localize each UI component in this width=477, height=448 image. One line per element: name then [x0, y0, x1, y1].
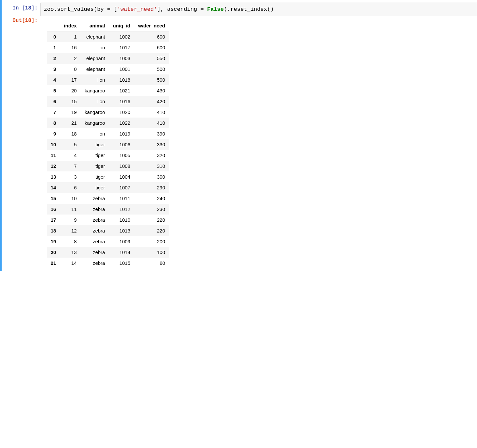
cell-animal: kangaroo [81, 107, 109, 118]
table-row: 1510zebra1011240 [47, 193, 169, 204]
cell-water_need: 320 [134, 150, 169, 161]
in-prompt-label: In [18]: [2, 5, 38, 11]
cell-water_need: 500 [134, 74, 169, 85]
cell-uniq_id: 1020 [109, 107, 134, 118]
out-prompt-label: Out[18]: [2, 18, 38, 24]
cell-water_need: 290 [134, 182, 169, 193]
code-string-token: 'water_need' [117, 6, 157, 12]
cell-animal: tiger [81, 171, 109, 182]
header-blank [47, 20, 60, 31]
cell-uniq_id: 1012 [109, 204, 134, 215]
header-water-need: water_need [134, 20, 169, 31]
cell-index: 11 [60, 204, 81, 215]
cell-index: 8 [60, 236, 81, 247]
cell-water_need: 310 [134, 161, 169, 171]
cell-animal: lion [81, 96, 109, 107]
cell-index: 7 [60, 161, 81, 171]
cell-index: 9 [60, 215, 81, 225]
cell-animal: zebra [81, 258, 109, 268]
row-index-header: 6 [47, 96, 60, 107]
cell-index: 5 [60, 139, 81, 150]
cell-uniq_id: 1001 [109, 64, 134, 74]
cell-animal: kangaroo [81, 118, 109, 128]
row-index-header: 14 [47, 182, 60, 193]
table-row: 116lion1017600 [47, 42, 169, 53]
cell-uniq_id: 1021 [109, 85, 134, 96]
cell-animal: zebra [81, 204, 109, 215]
cell-water_need: 240 [134, 193, 169, 204]
cell-water_need: 80 [134, 258, 169, 268]
row-index-header: 1 [47, 42, 60, 53]
cell-uniq_id: 1014 [109, 247, 134, 258]
cell-index: 13 [60, 247, 81, 258]
row-index-header: 3 [47, 64, 60, 74]
cell-animal: zebra [81, 247, 109, 258]
cell-animal: lion [81, 74, 109, 85]
cell-animal: tiger [81, 150, 109, 161]
cell-uniq_id: 1005 [109, 150, 134, 161]
cell-water_need: 500 [134, 64, 169, 74]
cell-water_need: 550 [134, 53, 169, 64]
cell-uniq_id: 1022 [109, 118, 134, 128]
cell-animal: elephant [81, 31, 109, 42]
table-row: 520kangaroo1021430 [47, 85, 169, 96]
table-row: 198zebra1009200 [47, 236, 169, 247]
cell-index: 1 [60, 31, 81, 42]
cell-index: 6 [60, 182, 81, 193]
cell-index: 3 [60, 171, 81, 182]
cell-water_need: 420 [134, 96, 169, 107]
table-body: 01elephant1002600116lion101760022elephan… [47, 31, 169, 268]
table-row: 127tiger1008310 [47, 161, 169, 171]
output-area: index animal uniq_id water_need 01elepha… [40, 20, 477, 268]
row-index-header: 20 [47, 247, 60, 258]
header-index: index [60, 20, 81, 31]
row-index-header: 0 [47, 31, 60, 42]
code-input[interactable]: zoo.sort_values(by = ['water_need'], asc… [40, 3, 477, 16]
row-index-header: 7 [47, 107, 60, 118]
cell-index: 17 [60, 74, 81, 85]
row-index-header: 15 [47, 193, 60, 204]
code-keyword-token: False [207, 6, 224, 12]
row-index-header: 16 [47, 204, 60, 215]
cell-index: 18 [60, 128, 81, 139]
cell-animal: tiger [81, 161, 109, 171]
table-row: 01elephant1002600 [47, 31, 169, 42]
cell-index: 12 [60, 225, 81, 236]
table-row: 1611zebra1012230 [47, 204, 169, 215]
table-row: 918lion1019390 [47, 128, 169, 139]
cell-water_need: 220 [134, 225, 169, 236]
cell-water_need: 220 [134, 215, 169, 225]
cell-water_need: 330 [134, 139, 169, 150]
code-token: zoo.sort_values(by = [ [44, 6, 117, 12]
cell-index: 2 [60, 53, 81, 64]
table-row: 719kangaroo1020410 [47, 107, 169, 118]
cell-uniq_id: 1010 [109, 215, 134, 225]
cell-water_need: 600 [134, 31, 169, 42]
cell-water_need: 200 [134, 236, 169, 247]
cell-animal: zebra [81, 225, 109, 236]
cell-index: 4 [60, 150, 81, 161]
cell-water_need: 300 [134, 171, 169, 182]
cell-uniq_id: 1007 [109, 182, 134, 193]
cell-uniq_id: 1015 [109, 258, 134, 268]
row-index-header: 19 [47, 236, 60, 247]
row-index-header: 8 [47, 118, 60, 128]
cell-uniq_id: 1004 [109, 171, 134, 182]
cell-uniq_id: 1003 [109, 53, 134, 64]
cell-water_need: 600 [134, 42, 169, 53]
row-index-header: 2 [47, 53, 60, 64]
table-row: 30elephant1001500 [47, 64, 169, 74]
cell-index: 16 [60, 42, 81, 53]
cell-uniq_id: 1006 [109, 139, 134, 150]
table-row: 22elephant1003550 [47, 53, 169, 64]
row-index-header: 5 [47, 85, 60, 96]
cell-water_need: 410 [134, 107, 169, 118]
row-index-header: 12 [47, 161, 60, 171]
row-index-header: 9 [47, 128, 60, 139]
cell-uniq_id: 1013 [109, 225, 134, 236]
table-row: 133tiger1004300 [47, 171, 169, 182]
row-index-header: 17 [47, 215, 60, 225]
cell-animal: zebra [81, 193, 109, 204]
table-header: index animal uniq_id water_need [47, 20, 169, 31]
content-column: zoo.sort_values(by = ['water_need'], asc… [40, 3, 477, 268]
